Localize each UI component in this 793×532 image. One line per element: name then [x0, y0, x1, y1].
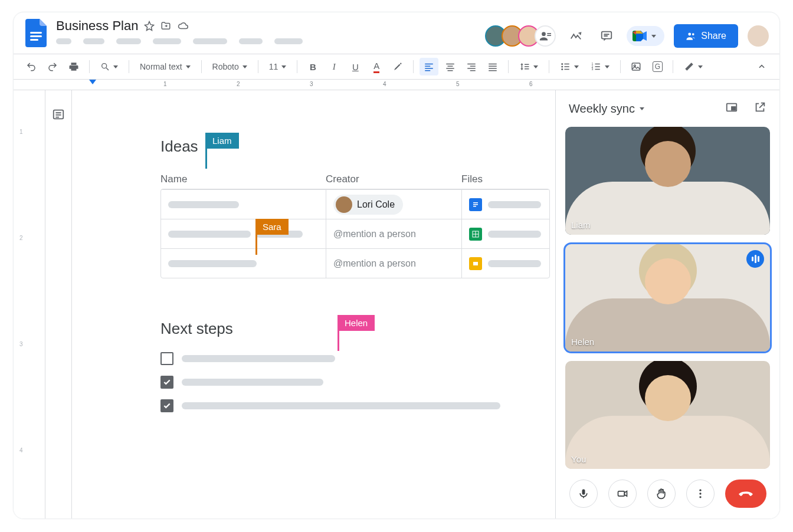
style-label: Normal text	[140, 62, 182, 71]
star-icon[interactable]	[144, 21, 155, 31]
redo-button[interactable]	[43, 58, 62, 75]
file-chip[interactable]	[469, 257, 541, 270]
checkbox-unchecked[interactable]	[160, 352, 173, 365]
style-dropdown[interactable]: Normal text	[135, 58, 195, 75]
mention-placeholder[interactable]: @mention a person	[333, 229, 416, 239]
svg-rect-57	[618, 491, 624, 496]
table-row[interactable]: @mention a person	[161, 248, 549, 278]
file-chip[interactable]	[469, 198, 541, 211]
header-actions: Share	[485, 18, 769, 48]
mention-placeholder[interactable]: @mention a person	[333, 258, 416, 269]
checkbox-checked[interactable]	[160, 399, 173, 412]
share-button[interactable]: Share	[674, 24, 738, 48]
video-tile[interactable]: Liam	[565, 127, 770, 235]
vertical-ruler[interactable]: 1 2 3 4	[14, 90, 34, 518]
svg-rect-56	[582, 490, 585, 495]
italic-button[interactable]: I	[325, 58, 343, 75]
docs-logo[interactable]	[24, 18, 48, 48]
svg-rect-5	[548, 35, 552, 36]
zoom-dropdown[interactable]	[96, 58, 123, 75]
table-row[interactable]: Lori Cole	[161, 189, 549, 219]
comments-icon[interactable]	[596, 25, 617, 47]
move-folder-icon[interactable]	[160, 21, 171, 31]
person-chip[interactable]: Lori Cole	[333, 195, 403, 215]
col-header-name: Name	[160, 173, 326, 185]
bullet-list-button[interactable]	[555, 58, 584, 75]
fontsize-dropdown[interactable]: 11	[264, 58, 291, 75]
video-tile[interactable]: You	[565, 361, 770, 469]
mic-button[interactable]	[569, 480, 598, 508]
svg-rect-24	[470, 70, 476, 71]
more-options-button[interactable]	[686, 480, 715, 508]
checkbox-checked[interactable]	[160, 376, 173, 389]
indent-marker[interactable]	[89, 80, 96, 84]
svg-point-60	[699, 496, 701, 498]
doc-title[interactable]: Business Plan	[56, 18, 138, 34]
svg-rect-25	[489, 64, 497, 65]
meet-title-dropdown[interactable]: Weekly sync	[569, 102, 644, 116]
checklist-item[interactable]	[160, 399, 526, 412]
collapse-toolbar-button[interactable]	[752, 58, 771, 75]
table-row[interactable]: @mention a person	[161, 219, 549, 248]
account-avatar[interactable]	[748, 25, 769, 47]
doc-header: Business Plan	[14, 12, 779, 48]
align-justify-button[interactable]	[483, 58, 502, 75]
cloud-saved-icon[interactable]	[177, 21, 189, 31]
svg-rect-1	[30, 35, 42, 37]
popout-icon[interactable]	[753, 101, 766, 116]
line-spacing-button[interactable]	[515, 58, 543, 75]
svg-rect-48	[473, 204, 478, 205]
align-left-button[interactable]	[420, 58, 438, 75]
file-chip[interactable]	[469, 228, 541, 241]
meet-icon	[633, 29, 648, 42]
undo-button[interactable]	[22, 58, 41, 75]
bold-button[interactable]: B	[303, 58, 322, 75]
document-canvas[interactable]: Liam Ideas Name Creator Files	[71, 90, 555, 518]
insert-link-button[interactable]: G	[648, 58, 667, 75]
svg-point-59	[699, 492, 701, 494]
svg-rect-0	[30, 32, 42, 34]
editing-mode-button[interactable]	[679, 58, 707, 75]
camera-button[interactable]	[608, 480, 637, 508]
checklist-item[interactable]	[160, 376, 526, 389]
col-header-creator: Creator	[326, 173, 461, 185]
svg-point-58	[699, 490, 701, 491]
svg-rect-55	[732, 107, 735, 110]
collab-cursor-helen: Helen	[337, 315, 375, 351]
checklist-item[interactable]	[160, 352, 526, 365]
raise-hand-button[interactable]	[647, 480, 676, 508]
outline-toggle[interactable]	[45, 90, 71, 518]
collaborator-avatars[interactable]	[485, 25, 556, 47]
svg-rect-49	[473, 206, 476, 207]
anonymous-avatar[interactable]	[535, 25, 556, 47]
print-button[interactable]	[64, 58, 83, 75]
svg-point-30	[562, 66, 563, 68]
font-dropdown[interactable]: Roboto	[208, 58, 252, 75]
text-color-button[interactable]: A	[367, 58, 386, 75]
numbered-list-button[interactable]: 123	[586, 58, 614, 75]
svg-point-29	[562, 63, 563, 65]
chevron-down-icon	[651, 35, 656, 38]
video-tile[interactable]: Helen	[565, 244, 770, 352]
meet-button[interactable]	[627, 26, 664, 46]
svg-rect-17	[447, 64, 455, 65]
svg-rect-41	[633, 63, 641, 70]
pip-icon[interactable]	[725, 101, 738, 116]
highlight-button[interactable]	[388, 58, 407, 75]
horizontal-ruler[interactable]: 1 2 3 4 5 6	[14, 80, 779, 90]
fontsize-label: 11	[269, 62, 278, 71]
insert-image-button[interactable]	[627, 58, 645, 75]
app-window: Business Plan	[13, 12, 780, 519]
hangup-button[interactable]	[725, 480, 766, 508]
svg-rect-4	[548, 33, 552, 34]
align-center-button[interactable]	[441, 58, 460, 75]
meet-sidebar: Weekly sync Liam Helen	[555, 90, 779, 518]
align-right-button[interactable]	[462, 58, 481, 75]
menu-bar[interactable]	[56, 38, 303, 44]
activity-icon[interactable]	[565, 25, 586, 47]
svg-rect-33	[565, 66, 569, 67]
underline-button[interactable]: U	[346, 58, 365, 75]
svg-rect-16	[425, 70, 431, 71]
svg-rect-15	[425, 68, 434, 69]
ideas-table[interactable]: Lori Cole @mention a person	[160, 189, 550, 278]
